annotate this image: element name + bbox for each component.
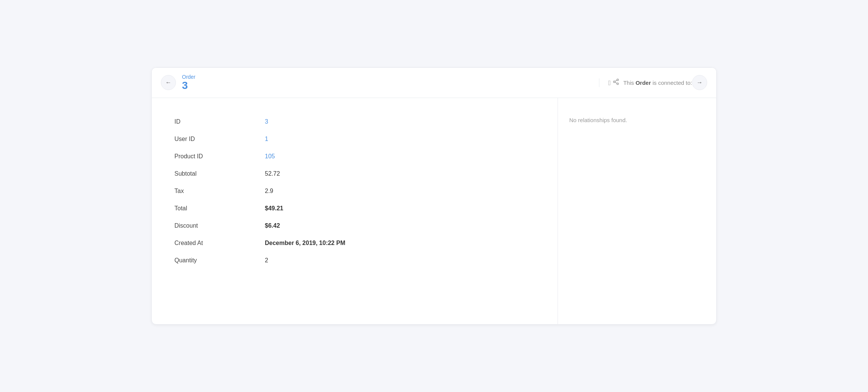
field-value: $49.21	[265, 205, 283, 212]
field-label: ID	[174, 118, 250, 125]
field-value: 2	[265, 257, 268, 264]
field-value[interactable]: 3	[265, 118, 268, 125]
connections-section:  This Order is connected to:	[599, 78, 692, 87]
field-row: User ID1	[174, 130, 535, 148]
field-value[interactable]: 105	[265, 153, 275, 160]
field-label: Tax	[174, 188, 250, 194]
arrow-right-icon: →	[697, 79, 703, 86]
svg-line-3	[615, 82, 617, 83]
arrow-left-icon: ←	[165, 79, 171, 86]
body-layout: ID3User ID1Product ID105Subtotal52.72Tax…	[152, 98, 716, 324]
field-label: Total	[174, 205, 250, 212]
field-value: 52.72	[265, 170, 280, 177]
field-label: Quantity	[174, 257, 250, 264]
field-label: Discount	[174, 222, 250, 229]
back-button[interactable]: ←	[161, 75, 176, 90]
field-row: Created AtDecember 6, 2019, 10:22 PM	[174, 234, 535, 252]
svg-line-4	[615, 80, 617, 81]
header-title-block: Order 3	[182, 74, 590, 92]
entity-id: 3	[182, 80, 590, 92]
field-row: ID3	[174, 113, 535, 130]
field-value: $6.42	[265, 222, 280, 229]
no-relationships-message: No relationships found.	[569, 117, 705, 123]
forward-button[interactable]: →	[692, 75, 707, 90]
field-row: Product ID105	[174, 148, 535, 165]
field-row: Tax2.9	[174, 182, 535, 200]
field-value: December 6, 2019, 10:22 PM	[265, 240, 345, 247]
field-label: Created At	[174, 240, 250, 247]
field-row: Total$49.21	[174, 200, 535, 217]
field-row: Discount$6.42	[174, 217, 535, 234]
field-row: Subtotal52.72	[174, 165, 535, 182]
detail-panel: ID3User ID1Product ID105Subtotal52.72Tax…	[152, 98, 558, 324]
page-container: ← Order 3  This Order is connected to: …	[151, 67, 717, 325]
entity-type-label: Order	[182, 74, 590, 80]
field-label: User ID	[174, 136, 250, 142]
field-value: 2.9	[265, 188, 273, 194]
field-label: Product ID	[174, 153, 250, 160]
field-value[interactable]: 1	[265, 136, 268, 142]
relations-panel: No relationships found.	[558, 98, 716, 324]
field-row: Quantity2	[174, 252, 535, 269]
detail-header: ← Order 3  This Order is connected to: …	[152, 68, 716, 98]
field-label: Subtotal	[174, 170, 250, 177]
share-icon: 	[608, 78, 620, 87]
connection-label: This Order is connected to:	[623, 80, 692, 86]
